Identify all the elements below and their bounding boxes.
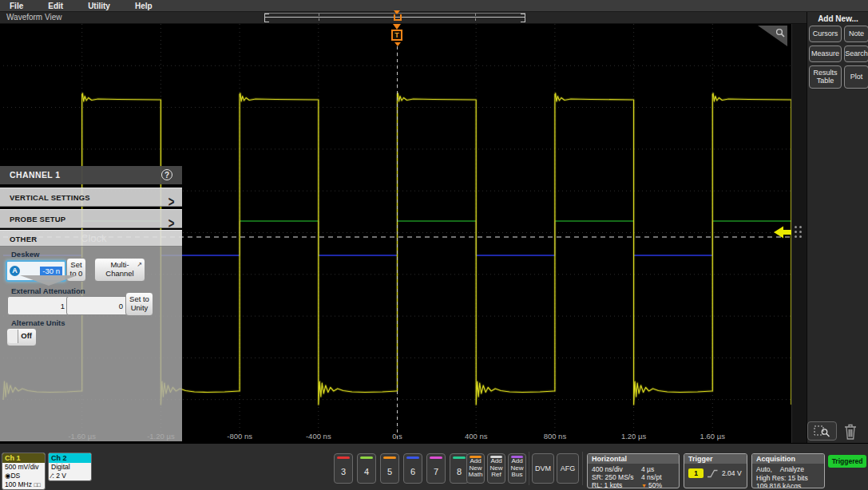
ch1-badge[interactable]: Ch 1 500 mV/div ◉DS 100 MHz □□ — [2, 452, 46, 490]
add-new-panel: Add New... Cursors Note Measure Search R… — [807, 12, 868, 443]
splitter-drag-handle[interactable] — [795, 226, 804, 240]
trigger-position-arrow-icon[interactable] — [393, 24, 401, 30]
rising-edge-icon — [707, 469, 718, 478]
acquisition-analyze: Analyze — [780, 465, 804, 474]
channel-1-dialog: CHANNEL 1 ? VERTICAL SETTINGS > PROBE SE… — [0, 166, 182, 441]
menu-bar: File Edit Utility Help — [0, 0, 868, 12]
acquisition-mode: Auto, — [756, 465, 772, 474]
trigger-source-badge: 1 — [688, 468, 704, 478]
plot-button[interactable]: Plot — [844, 65, 868, 89]
section-label: OTHER — [10, 235, 37, 243]
attenuation-field-1[interactable]: 1 — [7, 296, 69, 315]
time-axis-label: -400 ns — [306, 432, 331, 441]
menu-utility[interactable]: Utility — [88, 2, 110, 10]
channel-3-button[interactable]: 3 — [334, 453, 353, 484]
attenuation-field-2[interactable]: 0 — [66, 296, 128, 315]
channel-6-button[interactable]: 6 — [403, 453, 422, 484]
help-icon[interactable]: ? — [161, 169, 172, 180]
toggle-state: Off — [21, 331, 32, 340]
ruler-tick — [319, 14, 319, 21]
alternate-units-label: Alternate Units — [11, 318, 65, 327]
sample-rate: SR: 250 MS/s — [592, 473, 641, 481]
measure-button[interactable]: Measure — [809, 45, 842, 62]
ch2-badge-title: Ch 2 — [49, 453, 91, 463]
channel-5-button[interactable]: 5 — [380, 453, 399, 484]
section-vertical-settings[interactable]: VERTICAL SETTINGS > — [0, 188, 182, 207]
channel-4-button[interactable]: 4 — [357, 453, 376, 484]
ruler-tick — [475, 14, 476, 21]
results-table-button[interactable]: Results Table — [809, 65, 842, 89]
alternate-units-toggle[interactable]: Off — [6, 328, 37, 346]
divider — [529, 452, 529, 485]
multi-channel-button[interactable]: Multi- Channel ↗ — [94, 258, 145, 282]
trigger-level-arrow-icon — [774, 227, 791, 239]
multi-channel-label: Multi- Channel — [105, 261, 133, 279]
menu-edit[interactable]: Edit — [48, 2, 63, 10]
ch1-probe: ◉DS — [2, 472, 45, 480]
time-axis-label: 1.20 µs — [621, 432, 647, 441]
time-axis-label: 0 s — [392, 432, 402, 441]
zoom-box-icon — [814, 424, 831, 438]
channel-7-button[interactable]: 7 — [426, 453, 446, 484]
horizontal-window: 4 µs — [641, 465, 654, 473]
trigger-flag-tail — [394, 42, 401, 46]
ch2-threshold: ∕: 2 V — [49, 472, 91, 480]
horizontal-title: Horizontal — [588, 454, 679, 464]
trigger-title: Trigger — [684, 454, 747, 464]
dvm-button[interactable]: DVM — [532, 453, 554, 484]
add-new-ref-button[interactable]: Add New Ref — [487, 453, 505, 484]
trash-button[interactable] — [840, 421, 861, 441]
bandwidth-icon: □□ — [34, 482, 40, 488]
acquisition-detail: High Res: 15 bits — [756, 474, 808, 483]
multipurpose-a-icon: A — [10, 266, 20, 276]
ch2-mode: Digital — [49, 463, 91, 472]
triggered-status-badge: Triggered — [828, 455, 866, 468]
time-axis-label: 1.60 µs — [700, 432, 726, 441]
cursors-button[interactable]: Cursors — [809, 26, 842, 42]
add-new-math-button[interactable]: Add New Math — [466, 453, 485, 484]
horizontal-position-icon: ▼ — [641, 483, 647, 488]
deskew-label: Deskew — [11, 250, 39, 259]
note-button[interactable]: Note — [844, 26, 868, 42]
section-label: PROBE SETUP — [10, 215, 65, 223]
dialog-pointer-tail — [20, 275, 77, 286]
overview-expansion-point-icon[interactable] — [394, 14, 402, 21]
ch1-badge-title: Ch 1 — [2, 453, 45, 463]
horizontal-scale: 400 ns/div — [592, 465, 641, 473]
horizontal-panel[interactable]: Horizontal 400 ns/div4 µs SR: 250 MS/s4 … — [587, 453, 680, 488]
magnifier-icon — [775, 27, 786, 38]
section-other[interactable]: OTHER — [0, 230, 182, 247]
section-label: VERTICAL SETTINGS — [10, 193, 90, 202]
set-to-unity-button[interactable]: Set to Unity — [125, 292, 153, 316]
ch2-badge[interactable]: Ch 2 Digital ∕: 2 V — [48, 452, 92, 481]
time-axis-label: 800 ns — [544, 432, 567, 441]
bottom-bar: Ch 1 500 mV/div ◉DS 100 MHz □□ Ch 2 Digi… — [0, 443, 868, 490]
waveform-view-title: Waveform View — [6, 13, 61, 22]
menu-file[interactable]: File — [10, 2, 23, 10]
time-axis-label: 400 ns — [465, 432, 488, 441]
add-new-title: Add New... — [807, 14, 868, 23]
horizontal-position: 50% — [648, 481, 662, 488]
trigger-panel[interactable]: Trigger 1 2.04 V — [684, 453, 747, 488]
ruler-left-bracket — [264, 14, 269, 22]
acquisition-count: 109.816 kAcqs — [756, 482, 801, 488]
toggle-knob — [8, 330, 18, 343]
zoom-box-button[interactable] — [807, 421, 837, 441]
afg-button[interactable]: AFG — [557, 453, 579, 484]
trigger-level: 2.04 V — [722, 469, 742, 477]
trigger-position-flag[interactable]: T — [391, 30, 402, 41]
ch1-bandwidth: 100 MHz □□ — [2, 480, 45, 489]
acquisition-title: Acquisition — [752, 454, 824, 464]
resolution: 4 ns/pt — [641, 473, 662, 481]
section-probe-setup[interactable]: PROBE SETUP > — [0, 209, 182, 228]
search-button[interactable]: Search — [844, 45, 868, 62]
add-new-bus-button[interactable]: Add New Bus — [508, 453, 526, 484]
ch1-scale: 500 mV/div — [2, 463, 45, 472]
horizontal-overview-ruler[interactable] — [264, 12, 525, 23]
acquisition-panel[interactable]: Acquisition Auto,Analyze High Res: 15 bi… — [751, 453, 825, 488]
ruler-right-bracket — [521, 14, 525, 22]
deskew-value: -30 n — [40, 267, 62, 275]
divider — [582, 452, 583, 485]
time-axis-label: -800 ns — [227, 432, 252, 441]
menu-help[interactable]: Help — [135, 2, 153, 10]
